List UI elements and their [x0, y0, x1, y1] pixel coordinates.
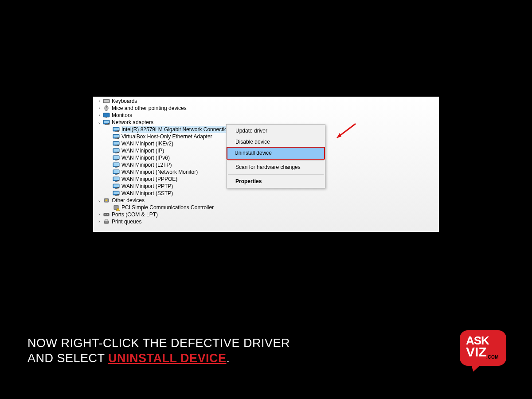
tree-item-label: Other devices — [112, 197, 145, 204]
expander-icon[interactable]: › — [97, 98, 102, 105]
menu-item[interactable]: Properties — [227, 176, 324, 187]
menu-item[interactable]: Uninstall device — [227, 147, 325, 160]
tree-item[interactable]: ⌄Other devices — [93, 197, 439, 204]
menu-separator — [228, 174, 324, 175]
network-icon — [113, 148, 120, 154]
tree-item-label: Monitors — [112, 112, 132, 119]
network-icon — [113, 169, 120, 175]
expander-icon[interactable]: › — [97, 105, 102, 112]
tree-item-label: WAN Miniport (IKEv2) — [121, 140, 173, 147]
monitor-icon — [103, 112, 110, 118]
network-icon — [103, 119, 110, 125]
tree-item-label: WAN Miniport (IP) — [121, 147, 164, 154]
tree-item-label: WAN Miniport (Network Monitor) — [121, 168, 198, 176]
menu-separator — [228, 160, 324, 160]
tree-item-label: WAN Miniport (PPPOE) — [121, 176, 177, 183]
tree-item-label: WAN Miniport (SSTP) — [121, 190, 173, 197]
caption-line1: NOW RIGHT-CLICK THE DEFECTIVE DRIVER — [27, 336, 290, 350]
mouse-icon — [103, 105, 110, 111]
tree-item[interactable]: ›Ports (COM & LPT) — [93, 211, 439, 218]
tree-item-label: PCI Simple Communications Controller — [121, 204, 214, 211]
network-icon — [113, 155, 120, 161]
tree-item[interactable]: ›Mice and other pointing devices — [93, 105, 439, 112]
tree-item-label: WAN Miniport (IPv6) — [121, 154, 170, 161]
menu-item[interactable]: Update driver — [227, 125, 324, 137]
caption-line2c: . — [227, 352, 230, 365]
printer-icon — [103, 219, 110, 225]
tree-item[interactable]: ›Print queues — [93, 218, 439, 225]
tree-item-label: Keyboards — [112, 98, 137, 105]
tree-item-label: Print queues — [112, 218, 141, 225]
logo-line3: .COM — [486, 355, 499, 360]
network-icon — [113, 190, 120, 196]
arrow-annotation — [332, 121, 359, 143]
context-menu[interactable]: Update driverDisable deviceUninstall dev… — [226, 124, 325, 188]
menu-item[interactable]: Disable device — [227, 137, 324, 148]
tree-item-label: Ports (COM & LPT) — [112, 211, 158, 218]
tree-item-label: Network adapters — [112, 119, 153, 126]
tree-item-label: WAN Miniport (PPTP) — [121, 183, 173, 190]
tree-item-label: VirtualBox Host-Only Ethernet Adapter — [121, 133, 212, 140]
caption-highlight: UNINSTALL DEVICE — [108, 352, 227, 365]
network-icon — [113, 126, 120, 133]
expander-icon[interactable]: › — [97, 112, 102, 119]
network-icon — [113, 162, 120, 168]
caption-line2a: AND SELECT — [27, 352, 108, 365]
network-icon — [113, 176, 120, 182]
expander-icon[interactable]: ⌄ — [97, 119, 102, 126]
network-icon — [113, 133, 120, 140]
instruction-caption: NOW RIGHT-CLICK THE DEFECTIVE DRIVER AND… — [27, 336, 434, 366]
keyboard-icon — [103, 98, 110, 104]
logo-line2: VIZ — [466, 345, 487, 359]
expander-icon[interactable]: › — [97, 218, 102, 225]
expander-icon[interactable]: › — [97, 211, 102, 218]
other-icon — [103, 197, 110, 203]
warning-icon — [113, 204, 120, 211]
askviz-logo: ASK VIZ .COM — [460, 330, 511, 375]
tree-item-label: Mice and other pointing devices — [112, 105, 187, 112]
tree-item[interactable]: ›Keyboards — [93, 98, 439, 105]
tree-item[interactable]: WAN Miniport (SSTP) — [93, 190, 439, 197]
device-manager-panel: ›Keyboards›Mice and other pointing devic… — [93, 97, 439, 232]
network-icon — [113, 141, 120, 147]
tree-item-label: WAN Miniport (L2TP) — [121, 161, 172, 168]
network-icon — [113, 183, 120, 189]
svg-marker-21 — [337, 133, 341, 138]
expander-icon[interactable]: ⌄ — [97, 197, 102, 204]
tree-item-label: Intel(R) 82579LM Gigabit Network Connect… — [121, 126, 232, 133]
menu-item[interactable]: Scan for hardware changes — [227, 162, 324, 173]
tree-item[interactable]: ›Monitors — [93, 112, 439, 119]
tree-item[interactable]: PCI Simple Communications Controller — [93, 204, 439, 211]
port-icon — [103, 211, 110, 218]
